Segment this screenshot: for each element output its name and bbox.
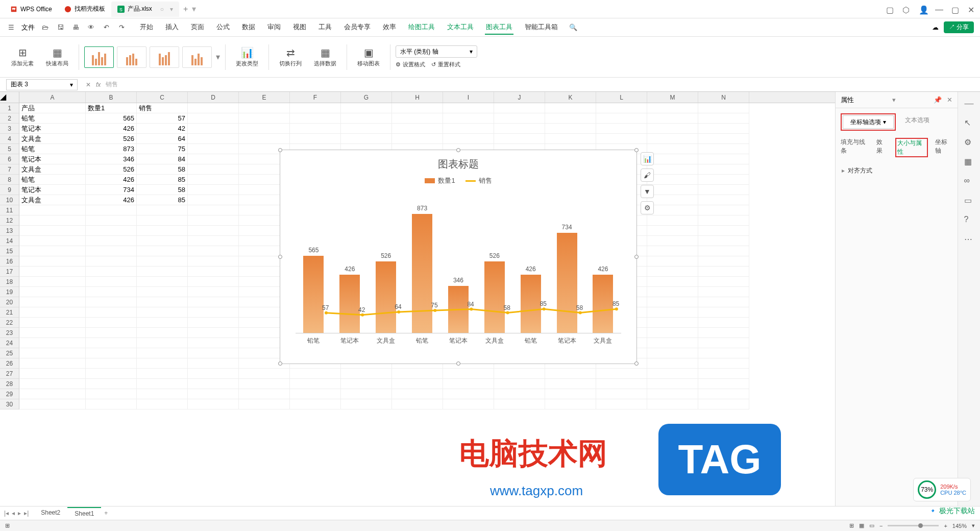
row-header[interactable]: 21	[0, 307, 19, 318]
cell[interactable]	[545, 103, 596, 113]
cell[interactable]	[647, 154, 698, 164]
cell[interactable]: 笔记本	[19, 154, 86, 164]
row-header[interactable]: 20	[0, 297, 19, 307]
cell[interactable]	[698, 185, 749, 195]
help-tool-icon[interactable]: ?	[964, 215, 974, 225]
sheet-prev-icon[interactable]: ◂	[12, 510, 15, 517]
menu-icon[interactable]: ☰	[6, 22, 16, 33]
cell[interactable]	[545, 113, 596, 124]
cell[interactable]	[188, 267, 239, 277]
cell[interactable]	[647, 256, 698, 267]
cell[interactable]: 565	[86, 113, 137, 124]
cell[interactable]	[188, 328, 239, 338]
cell[interactable]	[647, 358, 698, 369]
cell[interactable]	[698, 358, 749, 369]
chart-x-axis[interactable]: 铅笔笔记本文具盒铅笔笔记本文具盒铅笔笔记本文具盒	[296, 336, 621, 345]
panel-subtab[interactable]: 坐标轴	[935, 138, 952, 157]
sheet-next-icon[interactable]: ▸	[18, 510, 21, 517]
share-button[interactable]: ↗ 分享	[944, 21, 974, 33]
cell[interactable]: 销售	[137, 103, 188, 113]
cell[interactable]	[545, 399, 596, 409]
cell[interactable]	[188, 215, 239, 226]
close-panel-icon[interactable]: ✕	[947, 96, 952, 104]
cell[interactable]: 58	[137, 164, 188, 175]
cell[interactable]	[86, 348, 137, 358]
cell[interactable]	[698, 226, 749, 236]
cell[interactable]	[392, 369, 443, 379]
tab-file[interactable]: S 产品.xlsx ○ ▾	[111, 2, 179, 17]
move-chart-button[interactable]: ▣ 移动图表	[352, 46, 385, 67]
add-sheet-button[interactable]: +	[104, 510, 108, 517]
chart-style-2[interactable]	[117, 46, 146, 68]
cell[interactable]	[19, 328, 86, 338]
cell[interactable]	[698, 369, 749, 379]
row-header[interactable]: 23	[0, 328, 19, 338]
cell[interactable]	[19, 277, 86, 287]
cell[interactable]	[86, 338, 137, 348]
cell[interactable]	[188, 124, 239, 134]
sheet-tab[interactable]: Sheet2	[34, 507, 67, 519]
cell[interactable]	[443, 113, 494, 124]
select-tool-icon[interactable]: ↖	[964, 118, 974, 128]
cell[interactable]	[19, 226, 86, 236]
row-header[interactable]: 15	[0, 246, 19, 256]
cell[interactable]	[698, 318, 749, 328]
menu-tab-会员专享[interactable]: 会员专享	[343, 20, 372, 35]
link-tool-icon[interactable]: ∞	[964, 176, 974, 186]
menu-tab-文本工具[interactable]: 文本工具	[446, 20, 475, 35]
cell[interactable]	[188, 297, 239, 307]
cell[interactable]	[341, 124, 392, 134]
cell[interactable]	[137, 287, 188, 297]
cell[interactable]	[596, 399, 647, 409]
cell[interactable]	[86, 287, 137, 297]
switch-rc-button[interactable]: ⇄ 切换行列	[274, 46, 307, 67]
chart-style-button[interactable]: 🖌	[641, 168, 654, 182]
cell[interactable]	[647, 369, 698, 379]
cell[interactable]	[443, 399, 494, 409]
cell[interactable]	[137, 389, 188, 399]
cell[interactable]	[647, 277, 698, 287]
cell[interactable]	[698, 307, 749, 318]
menu-tab-插入[interactable]: 插入	[164, 20, 180, 35]
cell[interactable]	[188, 379, 239, 389]
cell[interactable]	[19, 215, 86, 226]
menu-tab-视图[interactable]: 视图	[292, 20, 307, 35]
row-header[interactable]: 10	[0, 195, 19, 205]
view-custom-icon[interactable]: ▭	[869, 522, 874, 529]
cell[interactable]	[596, 379, 647, 389]
cell[interactable]	[239, 399, 290, 409]
column-header[interactable]: M	[647, 92, 698, 103]
cell[interactable]: 873	[86, 144, 137, 154]
row-header[interactable]: 5	[0, 144, 19, 154]
cell[interactable]	[188, 154, 239, 164]
chart-legend[interactable]: 数量1 销售	[280, 176, 636, 185]
cell[interactable]	[86, 399, 137, 409]
cell[interactable]: 57	[137, 113, 188, 124]
cell[interactable]	[188, 144, 239, 154]
cell[interactable]	[392, 379, 443, 389]
layout-icon[interactable]: ▢	[886, 5, 894, 13]
sheet-first-icon[interactable]: |◂	[4, 510, 9, 517]
redo-icon[interactable]: ↷	[116, 22, 127, 33]
cell[interactable]	[392, 124, 443, 134]
cell[interactable]	[19, 318, 86, 328]
cell[interactable]	[341, 134, 392, 144]
cell[interactable]	[19, 236, 86, 246]
cell[interactable]	[698, 389, 749, 399]
cell[interactable]	[188, 348, 239, 358]
cell[interactable]	[19, 369, 86, 379]
cell[interactable]: 426	[86, 124, 137, 134]
style-more-icon[interactable]: ▾	[216, 52, 220, 62]
cell[interactable]	[188, 175, 239, 185]
cell[interactable]	[19, 348, 86, 358]
chart-settings-button[interactable]: ⚙	[641, 201, 654, 214]
cell[interactable]	[647, 185, 698, 195]
cell[interactable]	[698, 277, 749, 287]
cell[interactable]	[494, 369, 545, 379]
row-header[interactable]: 18	[0, 277, 19, 287]
cell[interactable]	[19, 399, 86, 409]
cell[interactable]	[647, 134, 698, 144]
row-header[interactable]: 7	[0, 164, 19, 175]
cell[interactable]	[392, 134, 443, 144]
cell[interactable]: 426	[86, 195, 137, 205]
